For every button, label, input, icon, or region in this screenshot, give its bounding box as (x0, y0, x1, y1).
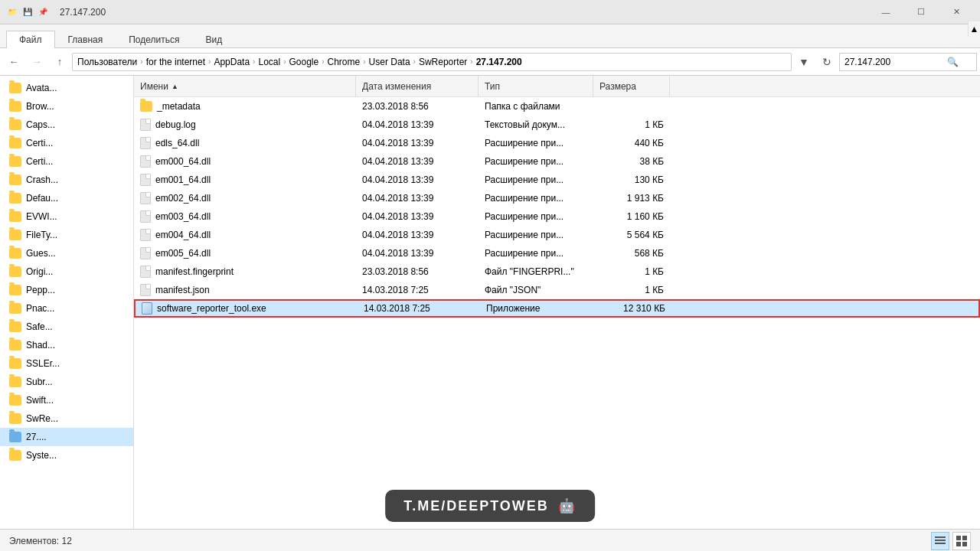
sidebar-item-label: Caps... (26, 119, 55, 130)
view-list-button[interactable] (952, 532, 971, 550)
forward-button[interactable]: → (26, 51, 47, 73)
minimize-button[interactable]: — (868, 0, 903, 24)
view-details-button[interactable] (931, 532, 949, 550)
file-icon (140, 119, 151, 131)
sidebar-item-defau[interactable]: Defau... (0, 189, 133, 207)
sidebar-item-evwi[interactable]: EVWI... (0, 207, 133, 226)
sidebar-item-caps[interactable]: Caps... (0, 116, 133, 134)
table-row[interactable]: em002_64.dll 04.04.2018 13:39 Расширение… (134, 189, 980, 207)
search-input[interactable] (844, 57, 944, 67)
file-name: em001_64.dll (155, 174, 211, 185)
tab-home[interactable]: Главная (55, 31, 116, 48)
sidebar-item-swift[interactable]: Swift... (0, 391, 133, 409)
up-button[interactable]: ↑ (49, 51, 70, 73)
breadcrumb-item-userdata[interactable]: User Data (369, 57, 410, 67)
breadcrumb-item-appdata[interactable]: AppData (214, 57, 250, 67)
sidebar-item-shad[interactable]: Shad... (0, 336, 133, 354)
search-icon[interactable]: 🔍 (947, 57, 959, 67)
sidebar-item-gues[interactable]: Gues... (0, 244, 133, 262)
refresh-button[interactable]: ↻ (816, 51, 838, 73)
svg-rect-5 (956, 542, 961, 546)
sidebar-item-swre[interactable]: SwRe... (0, 409, 133, 428)
dropdown-button[interactable]: ▼ (793, 51, 815, 73)
file-icon (140, 192, 151, 204)
table-row[interactable]: edls_64.dll 04.04.2018 13:39 Расширение … (134, 134, 980, 152)
table-row[interactable]: em000_64.dll 04.04.2018 13:39 Расширение… (134, 152, 980, 171)
table-row[interactable]: em004_64.dll 04.04.2018 13:39 Расширение… (134, 226, 980, 244)
sidebar-item-ssle[interactable]: SSLEr... (0, 354, 133, 373)
selected-file-row[interactable]: software_reporter_tool.exe 14.03.2018 7:… (134, 299, 980, 318)
file-cell-size: 1 160 КБ (593, 207, 670, 225)
sidebar-item-brow[interactable]: Brow... (0, 97, 133, 116)
table-row[interactable]: em001_64.dll 04.04.2018 13:39 Расширение… (134, 171, 980, 189)
close-button[interactable]: ✕ (939, 0, 974, 24)
file-cell-name: manifest.fingerprint (134, 262, 356, 280)
sidebar-item-label: Pnac... (26, 303, 54, 314)
svg-rect-3 (956, 536, 961, 540)
svg-rect-6 (962, 542, 967, 546)
maximize-button[interactable]: ☐ (903, 0, 939, 24)
file-name: debug.log (155, 119, 196, 130)
file-cell-type: Расширение при... (479, 189, 593, 207)
sidebar-item-selected[interactable]: 27.... (0, 428, 133, 446)
column-header-date[interactable]: Дата изменения (356, 76, 479, 96)
file-icon (140, 247, 151, 259)
table-row[interactable]: _metadata 23.03.2018 8:56 Папка с файлам… (134, 97, 980, 116)
table-row[interactable]: debug.log 04.04.2018 13:39 Текстовый док… (134, 116, 980, 134)
search-bar[interactable]: 🔍 (839, 53, 977, 71)
column-header-name[interactable]: Имени ▲ (134, 76, 356, 96)
sidebar-item-syste[interactable]: Syste... (0, 446, 133, 465)
sidebar-item-label: 27.... (26, 432, 47, 442)
sidebar-item-avata[interactable]: Avata... (0, 79, 133, 97)
tab-share[interactable]: Поделиться (116, 31, 192, 48)
breadcrumb-item-chrome[interactable]: Chrome (328, 57, 361, 67)
sidebar-item-safe[interactable]: Safe... (0, 318, 133, 336)
list-view-icon (956, 536, 967, 546)
sidebar-item-pnac[interactable]: Pnac... (0, 299, 133, 318)
file-cell-date: 04.04.2018 13:39 (356, 207, 479, 225)
sidebar-item-crash[interactable]: Crash... (0, 171, 133, 189)
sidebar-item-certi2[interactable]: Certi... (0, 152, 133, 171)
file-cell-type: Расширение при... (479, 171, 593, 188)
table-row[interactable]: em005_64.dll 04.04.2018 13:39 Расширение… (134, 244, 980, 262)
back-button[interactable]: ← (3, 51, 24, 73)
file-icon (140, 229, 151, 241)
table-row[interactable]: manifest.fingerprint 23.03.2018 8:56 Фай… (134, 262, 980, 281)
sort-icon: ▲ (172, 83, 178, 90)
file-cell-date: 23.03.2018 8:56 (356, 97, 479, 115)
breadcrumb-item-swreporter[interactable]: SwReporter (419, 57, 467, 67)
column-header-size[interactable]: Размера (593, 76, 670, 96)
sidebar-item-filety[interactable]: FileTy... (0, 226, 133, 244)
breadcrumb-bar[interactable]: Пользователи › for the internet › AppDat… (72, 53, 792, 71)
breadcrumb-item-internet[interactable]: for the internet (146, 57, 205, 67)
title-bar-left: 📁 💾 📌 27.147.200 (6, 6, 106, 18)
sidebar-item-label: Safe... (26, 321, 53, 332)
file-cell-date: 23.03.2018 8:56 (356, 262, 479, 280)
sidebar-item-certi1[interactable]: Certi... (0, 134, 133, 152)
column-header-type[interactable]: Тип (479, 76, 593, 96)
file-cell-size: 568 КБ (593, 244, 670, 262)
file-cell-date: 04.04.2018 13:39 (356, 116, 479, 133)
sidebar-item-pepp[interactable]: Pepp... (0, 281, 133, 299)
sidebar-item-label: Pepp... (26, 285, 55, 295)
file-name: em003_64.dll (155, 211, 211, 222)
sidebar-item-origi[interactable]: Origi... (0, 262, 133, 281)
breadcrumb-item-users[interactable]: Пользователи (77, 57, 137, 67)
file-cell-size: 1 КБ (593, 116, 670, 133)
file-cell-size: 1 КБ (593, 281, 670, 298)
breadcrumb-item-google[interactable]: Google (289, 57, 318, 67)
file-cell-type: Файл "JSON" (479, 281, 593, 298)
tab-view[interactable]: Вид (192, 31, 235, 48)
sidebar-item-label: Certi... (26, 138, 53, 148)
file-name: _metadata (157, 101, 201, 112)
table-row[interactable]: em003_64.dll 04.04.2018 13:39 Расширение… (134, 207, 980, 226)
tab-file[interactable]: Файл (6, 31, 55, 48)
sidebar-item-subr[interactable]: Subr... (0, 373, 133, 391)
ribbon: Файл Главная Поделиться Вид (0, 24, 980, 48)
file-name: em004_64.dll (155, 230, 211, 240)
breadcrumb-item-local[interactable]: Local (258, 57, 280, 67)
table-row[interactable]: manifest.json 14.03.2018 7:25 Файл "JSON… (134, 281, 980, 299)
sidebar-item-label: Syste... (26, 450, 57, 461)
file-cell-name: em000_64.dll (134, 152, 356, 170)
sidebar-item-label: SSLEr... (26, 358, 60, 369)
